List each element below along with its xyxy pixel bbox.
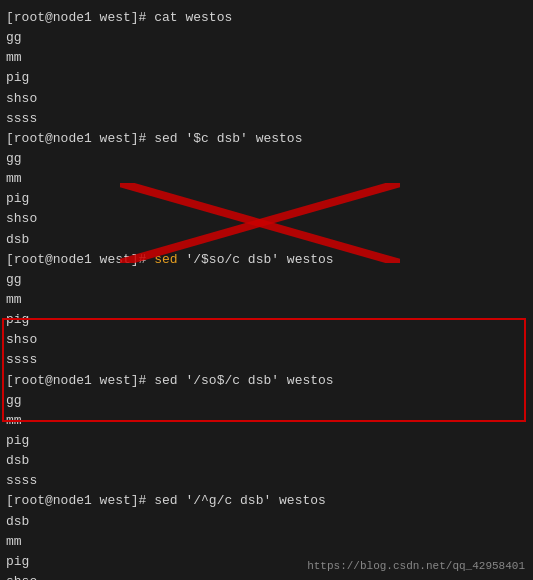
output-line: mm: [6, 48, 527, 68]
output-line: mm: [6, 290, 527, 310]
output-line: shso: [6, 572, 527, 580]
output-line: mm: [6, 411, 527, 431]
prompt-text: [root@node1 west]# cat westos: [6, 10, 232, 25]
output-line: mm: [6, 169, 527, 189]
output-line: gg: [6, 391, 527, 411]
output-line: dsb: [6, 512, 527, 532]
output-line: ssss: [6, 109, 527, 129]
output-line: shso: [6, 89, 527, 109]
output-line: gg: [6, 270, 527, 290]
output-line: ssss: [6, 471, 527, 491]
output-line: dsb: [6, 451, 527, 471]
terminal-line: [root@node1 west]# cat westos: [6, 8, 527, 28]
output-line: pig: [6, 310, 527, 330]
sed-command-highlight: sed: [154, 252, 177, 267]
output-line: pig: [6, 189, 527, 209]
terminal-line: [root@node1 west]# sed '$c dsb' westos: [6, 129, 527, 149]
output-line: gg: [6, 149, 527, 169]
output-line: shso: [6, 330, 527, 350]
terminal-line: [root@node1 west]# sed '/^g/c dsb' westo…: [6, 491, 527, 511]
output-line: gg: [6, 28, 527, 48]
output-line: mm: [6, 532, 527, 552]
watermark: https://blog.csdn.net/qq_42958401: [307, 560, 525, 572]
output-line: shso: [6, 209, 527, 229]
output-line: pig: [6, 431, 527, 451]
terminal: [root@node1 west]# cat westos gg mm pig …: [0, 0, 533, 580]
output-line: ssss: [6, 350, 527, 370]
terminal-line-sed-wrong: [root@node1 west]# sed '/$so/c dsb' west…: [6, 250, 527, 270]
output-line: pig: [6, 68, 527, 88]
terminal-line-correct: [root@node1 west]# sed '/so$/c dsb' west…: [6, 371, 527, 391]
output-line: dsb: [6, 230, 527, 250]
